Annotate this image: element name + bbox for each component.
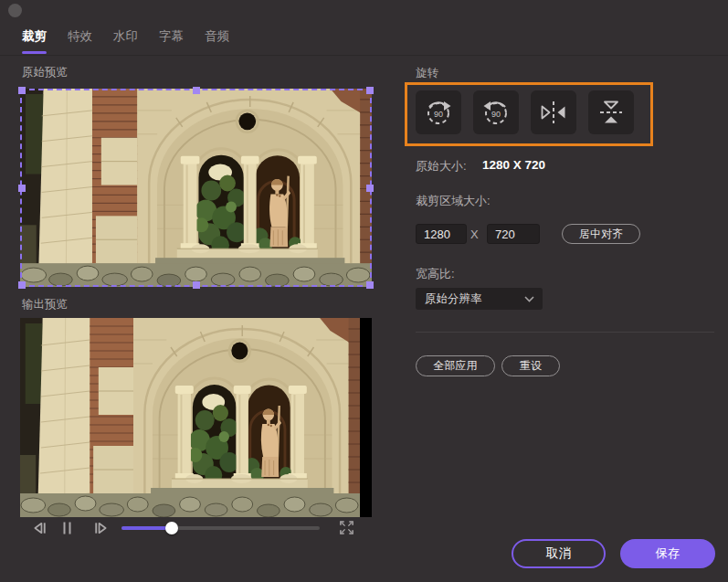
center-align-button[interactable]: 居中对齐: [562, 224, 640, 244]
tab-watermark[interactable]: 水印: [113, 28, 138, 54]
crop-height-input[interactable]: [487, 224, 540, 244]
crop-handle-bottom-left[interactable]: [18, 281, 26, 289]
step-backward-icon[interactable]: [33, 521, 48, 539]
crop-dialog: 裁剪 特效 水印 字幕 音频 原始预览 输出预览: [0, 0, 728, 582]
crop-handle-top-left[interactable]: [18, 87, 26, 94]
crop-width-input[interactable]: [416, 224, 467, 244]
section-divider: [416, 332, 714, 333]
fullscreen-icon[interactable]: [339, 520, 354, 539]
crop-handle-top-right[interactable]: [366, 87, 374, 94]
crop-handle-bottom-right[interactable]: [366, 281, 374, 289]
crop-handle-bottom-middle[interactable]: [193, 281, 200, 289]
rotate-cw-90-icon: 90: [423, 97, 454, 128]
svg-text:90: 90: [491, 110, 501, 119]
original-preview: [20, 89, 372, 287]
crop-handle-top-middle[interactable]: [193, 87, 200, 94]
playback-controls: [20, 515, 372, 543]
tab-subtitles[interactable]: 字幕: [159, 28, 184, 54]
rotate-cw-90-button[interactable]: 90: [416, 90, 461, 134]
aspect-ratio-selected: 原始分辨率: [416, 291, 524, 307]
original-preview-label: 原始预览: [22, 65, 68, 80]
rotate-ccw-90-button[interactable]: 90: [473, 90, 519, 134]
step-forward-icon[interactable]: [92, 521, 108, 539]
pause-icon[interactable]: [61, 521, 73, 539]
tab-crop[interactable]: 裁剪: [22, 28, 47, 54]
aspect-ratio-label: 宽高比:: [416, 266, 455, 282]
tab-audio[interactable]: 音频: [205, 28, 229, 54]
flip-vertical-icon: [596, 97, 627, 128]
playback-progress-slider[interactable]: [121, 526, 320, 530]
size-separator: X: [470, 228, 479, 241]
rotate-section-label: 旋转: [416, 66, 438, 81]
output-preview: [20, 318, 372, 517]
tabbar-divider: [0, 55, 728, 56]
original-size-value: 1280 X 720: [482, 158, 545, 172]
crop-handle-middle-right[interactable]: [366, 185, 374, 192]
original-size-label: 原始大小:: [416, 158, 467, 175]
flip-horizontal-button[interactable]: [531, 90, 576, 134]
tab-bar: 裁剪 特效 水印 字幕 音频: [22, 28, 229, 54]
aspect-ratio-dropdown[interactable]: 原始分辨率: [416, 288, 543, 310]
crop-handle-middle-left[interactable]: [18, 185, 26, 192]
progress-thumb[interactable]: [165, 522, 178, 534]
progress-fill: [121, 526, 172, 530]
chevron-down-icon: [524, 296, 534, 302]
flip-horizontal-icon: [538, 97, 569, 128]
cancel-button[interactable]: 取消: [512, 539, 606, 568]
tab-effects[interactable]: 特效: [68, 28, 92, 54]
save-button[interactable]: 保存: [620, 539, 715, 568]
crop-region[interactable]: [20, 89, 372, 287]
flip-vertical-button[interactable]: [588, 90, 634, 134]
window-control-dot[interactable]: [8, 4, 22, 17]
svg-text:90: 90: [434, 110, 443, 119]
output-video-frame: [20, 318, 360, 517]
rotate-ccw-90-icon: 90: [480, 97, 512, 128]
reset-button[interactable]: 重设: [501, 355, 560, 376]
apply-all-button[interactable]: 全部应用: [416, 355, 495, 376]
output-preview-label: 输出预览: [22, 297, 68, 312]
crop-size-label: 裁剪区域大小:: [416, 193, 491, 209]
